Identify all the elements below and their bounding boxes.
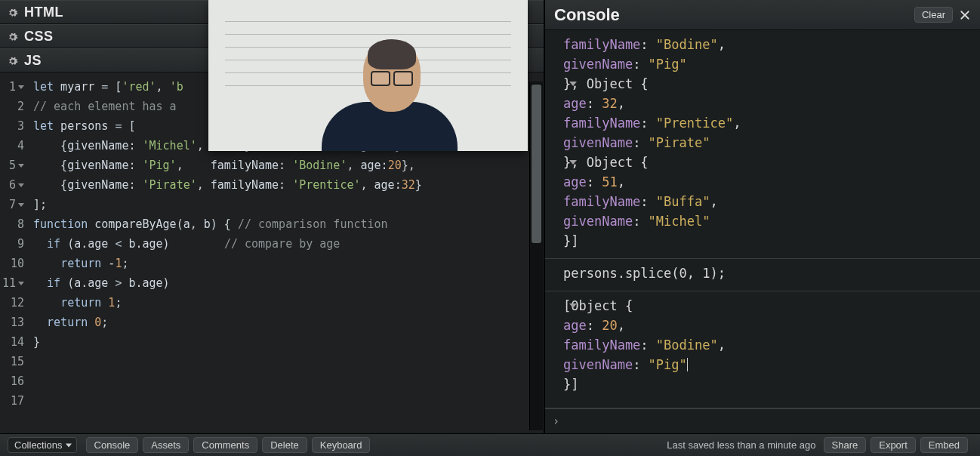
save-status: Last saved less than a minute ago <box>667 440 815 450</box>
close-icon[interactable] <box>959 9 971 21</box>
prompt-caret-icon: › <box>553 414 559 428</box>
bottom-toolbar: Collections Console Assets Comments Dele… <box>0 433 980 456</box>
html-label: HTML <box>24 5 63 19</box>
export-button[interactable]: Export <box>871 437 916 453</box>
gear-icon[interactable] <box>8 31 18 42</box>
editor-scrollbar[interactable] <box>529 82 543 430</box>
console-button[interactable]: Console <box>86 437 139 453</box>
clear-button[interactable]: Clear <box>914 7 953 23</box>
video-overlay[interactable] <box>208 0 528 151</box>
collections-dropdown[interactable]: Collections <box>8 437 77 453</box>
editor-pane: HTML CSS JS 1234567891011121314151617 le… <box>0 0 544 433</box>
js-label: JS <box>24 54 42 67</box>
console-command: persons.splice(0, 1); <box>545 258 980 291</box>
console-title: Console <box>554 7 620 23</box>
gear-icon[interactable] <box>8 7 18 17</box>
assets-button[interactable]: Assets <box>143 437 189 453</box>
console-header: Console Clear <box>545 0 980 30</box>
console-output[interactable]: familyName: "Bodine", givenName: "Pig"},… <box>545 30 980 408</box>
scrollbar-thumb[interactable] <box>532 85 541 243</box>
share-button[interactable]: Share <box>824 437 867 453</box>
console-prompt[interactable]: › <box>545 408 980 433</box>
line-gutter: 1234567891011121314151617 <box>0 72 29 433</box>
embed-button[interactable]: Embed <box>920 437 968 453</box>
keyboard-button[interactable]: Keyboard <box>312 437 371 453</box>
gear-icon[interactable] <box>8 55 18 66</box>
comments-button[interactable]: Comments <box>193 437 257 453</box>
delete-button[interactable]: Delete <box>262 437 307 453</box>
css-label: CSS <box>24 29 54 43</box>
console-pane: Console Clear familyName: "Bodine", give… <box>544 0 980 433</box>
